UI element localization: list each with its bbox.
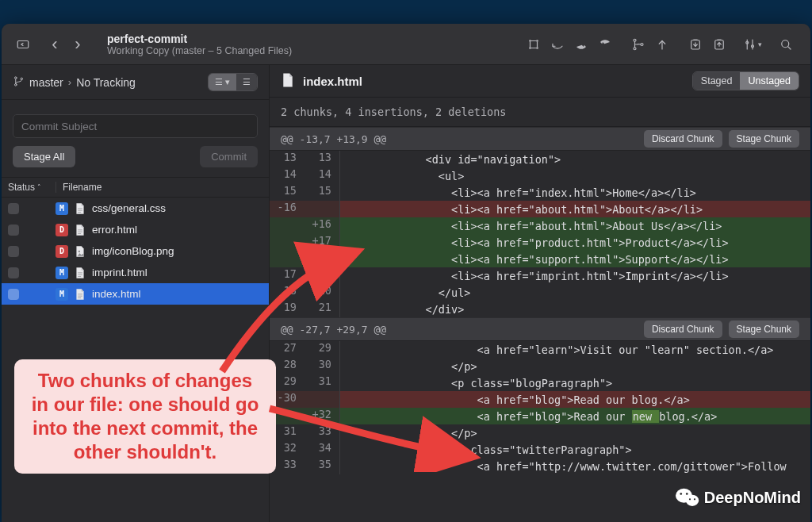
svg-rect-25	[78, 229, 82, 230]
code-line[interactable]: +16 <li><a href="about.html">About Us</a…	[270, 217, 810, 234]
svg-rect-34	[78, 297, 81, 298]
stage-all-button[interactable]: Stage All	[13, 146, 75, 167]
code-line[interactable]: 1719 <li><a href="imprint.html">Imprint<…	[270, 267, 810, 284]
file-row[interactable]: Mindex.html	[2, 283, 269, 305]
code-line[interactable]: +32 <a href="blog">Read our new blog.</a…	[270, 408, 810, 424]
code-text: <a href="learn">Visit our "learn" sectio…	[340, 341, 810, 358]
back-to-overview-icon[interactable]	[13, 33, 33, 56]
code-line[interactable]: 2830 </p>	[270, 358, 810, 374]
old-line-number: 13	[270, 151, 304, 167]
status-badge: M	[56, 202, 68, 215]
code-text: <li><a href="index.html">Home</a></li>	[340, 184, 810, 201]
file-row[interactable]: Derror.html	[2, 219, 269, 240]
code-text: <p class="twitterParagraph">	[340, 441, 810, 458]
stage-checkbox[interactable]	[8, 246, 19, 257]
code-line[interactable]: 2931 <p class="blogParagraph">	[270, 374, 810, 391]
old-line-number	[270, 234, 304, 251]
nav-back-button[interactable]: ‹	[44, 33, 65, 56]
code-text: <li><a href="support.html">Support</a></…	[340, 251, 810, 267]
stage-chunk-button[interactable]: Stage Chunk	[729, 320, 799, 338]
list-view-icon[interactable]: ☰ ▾	[209, 74, 236, 90]
stash-save-icon[interactable]	[685, 33, 706, 56]
branch-icon	[13, 75, 25, 90]
code-line[interactable]: -30 <a href="blog">Read our blog.</a>	[270, 391, 810, 408]
code-line[interactable]: 1921 </div>	[270, 301, 810, 317]
tab-staged[interactable]: Staged	[693, 72, 741, 90]
search-icon[interactable]	[776, 33, 796, 56]
stage-checkbox[interactable]	[8, 267, 19, 278]
stage-checkbox[interactable]	[8, 289, 19, 300]
code-line[interactable]: +17 <li><a href="product.html">Product</…	[270, 234, 810, 251]
stage-chunk-button[interactable]: Stage Chunk	[729, 130, 799, 148]
view-mode-toggle[interactable]: ☰ ▾ ☰	[208, 73, 258, 91]
tracking-label[interactable]: No Tracking	[76, 76, 136, 89]
merge-icon[interactable]	[628, 33, 649, 56]
chunk-body: 2729 <a href="learn">Visit our "learn" s…	[270, 341, 810, 474]
code-line[interactable]: 3234 <p class="twitterParagraph">	[270, 441, 810, 458]
new-line-number: 14	[304, 167, 339, 184]
code-text: <li><a href="product.html">Product</a></…	[340, 234, 810, 251]
code-text: <li><a href="about.html">About</a></li>	[340, 201, 810, 217]
file-type-icon	[75, 224, 86, 236]
file-row[interactable]: Mcss/general.css	[2, 198, 269, 219]
push-icon[interactable]	[595, 33, 615, 56]
old-line-number: 17	[270, 267, 304, 284]
sort-asc-icon: ˄	[37, 183, 41, 191]
stage-checkbox[interactable]	[8, 225, 19, 236]
code-text: </ul>	[340, 284, 810, 301]
col-filename[interactable]: Filename	[56, 182, 262, 193]
code-text: <a href="blog">Read our new blog.</a>	[340, 408, 810, 424]
code-line[interactable]: 2729 <a href="learn">Visit our "learn" s…	[270, 341, 810, 358]
file-name: css/general.css	[92, 202, 166, 214]
svg-point-39	[689, 498, 691, 500]
svg-rect-33	[78, 295, 82, 296]
commit-subject-input[interactable]: Commit Subject	[13, 114, 258, 138]
svg-point-4	[530, 47, 531, 48]
code-line[interactable]: +18 <li><a href="support.html">Support</…	[270, 251, 810, 267]
code-line[interactable]: 3133 </p>	[270, 424, 810, 441]
file-type-icon	[75, 202, 86, 215]
annotation-callout: Two chunks of changes in our file: one s…	[14, 359, 276, 474]
rebase-icon[interactable]	[652, 33, 672, 56]
nav-forward-button[interactable]: ›	[67, 33, 88, 56]
tree-view-icon[interactable]: ☰	[236, 74, 257, 90]
code-line[interactable]: 1414 <ul>	[270, 167, 810, 184]
discard-chunk-button[interactable]: Discard Chunk	[644, 320, 722, 338]
file-row[interactable]: Dimg/iconBlog.png	[2, 240, 269, 262]
svg-line-18	[788, 46, 791, 48]
pull-icon[interactable]	[571, 33, 592, 56]
file-row[interactable]: Mimprint.html	[2, 262, 269, 283]
svg-rect-0	[17, 40, 29, 48]
svg-point-1	[530, 40, 531, 41]
commit-button[interactable]: Commit	[200, 146, 258, 167]
code-line[interactable]: -16 <li><a href="about.html">About</a></…	[270, 201, 810, 217]
new-line-number: 31	[304, 374, 339, 391]
new-line-number: 29	[304, 341, 339, 358]
file-table-header: Status ˄ Filename	[2, 177, 269, 198]
quick-actions-icon[interactable]	[523, 33, 544, 56]
code-text: <li><a href="about.html">About Us</a></l…	[340, 217, 810, 234]
code-text: <ul>	[340, 167, 810, 184]
watermark-text: DeepNoMind	[704, 489, 801, 507]
stash-apply-icon[interactable]	[709, 33, 730, 56]
col-status[interactable]: Status ˄	[8, 182, 56, 193]
file-name: error.html	[92, 224, 137, 236]
old-line-number: 18	[270, 284, 304, 301]
tab-unstaged[interactable]: Unstaged	[740, 72, 799, 90]
diff-chunks: @@ -13,7 +13,9 @@Discard ChunkStage Chun…	[270, 127, 810, 474]
svg-point-37	[680, 493, 682, 495]
discard-chunk-button[interactable]: Discard Chunk	[644, 130, 722, 148]
fetch-icon[interactable]	[547, 33, 568, 56]
code-line[interactable]: 3335 <a href="http://www.twitter.com/git…	[270, 458, 810, 474]
code-line[interactable]: 1820 </ul>	[270, 284, 810, 301]
new-line-number: 20	[304, 284, 339, 301]
stage-checkbox[interactable]	[8, 203, 19, 214]
diff-filename: index.html	[303, 75, 362, 88]
branch-name[interactable]: master	[29, 76, 63, 89]
window-title: perfect-commit	[107, 33, 292, 45]
settings-icon[interactable]: ▾	[742, 33, 763, 56]
code-line[interactable]: 1515 <li><a href="index.html">Home</a></…	[270, 184, 810, 201]
svg-rect-30	[78, 274, 82, 274]
code-line[interactable]: 1313 <div id="navigation">	[270, 151, 810, 167]
stage-view-toggle[interactable]: Staged Unstaged	[692, 71, 799, 90]
